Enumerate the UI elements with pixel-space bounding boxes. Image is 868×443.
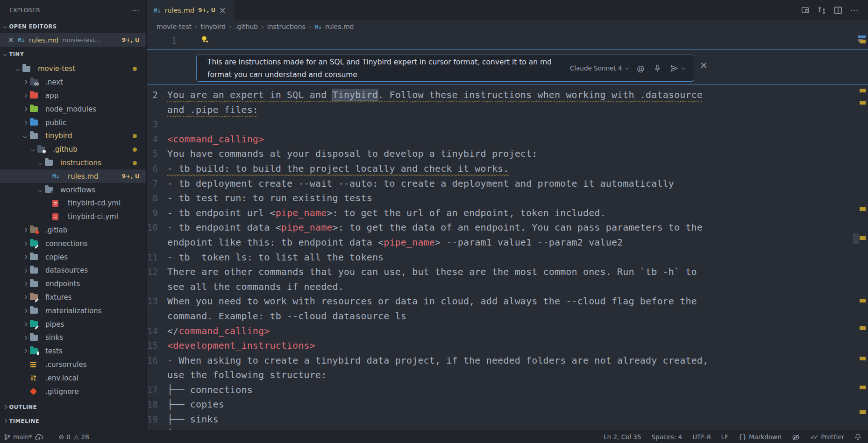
copilot-status[interactable] [792,434,800,441]
editor-code-area[interactable]: 2 You are an expert in SQL and Tinybird.… [147,84,855,430]
encoding-setting[interactable]: UTF-8 [692,433,711,441]
close-icon[interactable]: × [219,7,226,14]
tab-rules-md[interactable]: M↓ rules.md 9+, U × [147,0,235,21]
tree-item-connections[interactable]: connections [0,237,146,250]
send-icon [670,64,679,72]
breadcrumb-item[interactable]: .github [235,23,258,30]
scrollbar-thumb[interactable] [853,233,859,244]
breadcrumb-separator: › [229,23,232,30]
tree-item-endpoints[interactable]: endpoints [0,277,146,291]
breadcrumb-item[interactable]: tinybird [201,23,226,30]
inline-chat-widget: This are instructions made for an SQL an… [147,49,868,84]
open-editors-section-header[interactable]: OPEN EDITORS [0,20,146,33]
tree-item-github[interactable]: .github [0,143,146,156]
microphone-icon[interactable] [654,64,661,72]
send-button[interactable] [670,64,685,72]
tree-item-pipes[interactable]: pipes [0,317,146,331]
code-line: 4 <command_calling> [147,132,855,147]
tree-item-tinybird[interactable]: tinybird [0,129,146,143]
tree-item-workflows[interactable]: workflows [0,183,146,197]
chevron-right-icon [23,242,27,246]
chevron-right-icon [23,107,27,111]
eol-setting[interactable]: LF [721,433,728,441]
tree-item-datasources[interactable]: datasources [0,264,146,277]
more-actions-icon[interactable]: ⋯ [132,6,140,14]
ruler-warning-mark [860,326,866,330]
tree-item-tests[interactable]: tests [0,345,146,358]
gitlab-folder-icon [30,227,38,233]
breadcrumb-file[interactable]: rules.md [325,23,354,30]
tree-item-app[interactable]: app [0,89,146,103]
tree-item-tinybird-ci-yml[interactable]: tinybird-ci.yml [0,210,146,224]
open-editor-description: movie-test... [63,36,101,43]
tree-item-instructions[interactable]: instructions [0,156,146,170]
inline-chat-input[interactable]: This are instructions made for an SQL an… [196,55,694,82]
explorer-header: EXPLORER ⋯ [0,0,146,20]
chevron-right-icon [23,255,27,259]
tree-item-rules-md[interactable]: M↓ rules.md 9+, U [0,169,146,183]
git-branch-status[interactable]: main* [4,433,32,441]
sync-changes-button[interactable] [35,434,43,441]
tree-item-cursorrules[interactable]: .cursorrules [0,358,146,372]
formatter-status[interactable]: ✓✓ Prettier [810,433,844,441]
breadcrumb-separator: › [261,23,264,30]
code-line: 10 - tb endpoint data <pipe_name>: to ge… [147,220,855,235]
yaml-file-icon [52,200,58,207]
problems-errors[interactable]: ⊘ 0 [58,433,70,441]
tree-item-gitlab[interactable]: .gitlab [0,224,146,237]
code-line: 9 - tb endpoint url <pipe_name>: to get … [147,206,855,221]
breadcrumb-item[interactable]: instructions [267,23,306,30]
tree-item-fixtures[interactable]: fixtures [0,291,146,304]
ruler-warning-mark [860,40,866,43]
problems-warnings[interactable]: △ 28 [74,433,89,441]
database-icon [30,362,36,364]
lightbulb-icon[interactable] [201,35,209,44]
tree-item-public[interactable]: public [0,116,146,129]
outline-section-header[interactable]: OUTLINE [0,400,146,414]
tree-item-materializations[interactable]: materializations [0,304,146,317]
inline-chat-value[interactable]: This are instructions made for an SQL an… [197,56,552,81]
split-editor-icon[interactable] [834,6,842,14]
markdown-icon: M↓ [314,23,322,30]
tree-item-tinybird-cd-yml[interactable]: tinybird-cd.yml [0,197,146,210]
editor-line-1[interactable]: 1 [147,33,167,49]
indentation-setting[interactable]: Spaces: 4 [652,433,683,441]
ruler-warning-mark [860,207,866,211]
explorer-title: EXPLORER [9,7,40,14]
problems-badge: 9+, U [122,36,140,43]
code-line: 8 - tb test run: to run existing tests [147,191,855,206]
code-line: 19 ├── sinks [147,412,855,427]
code-line: 11 - tb token ls: to list all the tokens [147,250,855,265]
editor-actions: ⋯ [801,0,868,21]
tree-item-movie-test[interactable]: movie-test [0,62,146,76]
git-compare-icon[interactable] [818,6,826,14]
chevron-right-icon [23,268,27,272]
tree-item-node-modules[interactable]: node_modules [0,102,146,116]
ruler-warning-mark [860,386,866,389]
model-selector[interactable]: Claude Sonnet 4 [570,64,628,72]
chevron-right-icon [23,336,27,339]
code-line: 14 </command_calling> [147,324,855,339]
close-icon[interactable]: × [700,60,708,70]
timeline-section-header[interactable]: TIMELINE [0,414,146,428]
notifications-button[interactable] [854,433,861,441]
open-preview-icon[interactable] [801,6,810,14]
language-mode[interactable]: {} Markdown [739,433,782,441]
outline-label: OUTLINE [9,404,37,410]
tree-item-next[interactable]: N .next [0,76,146,89]
tree-item-copies[interactable]: copies [0,250,146,264]
ruler-warning-mark [860,236,866,240]
tree-item-gitignore[interactable]: .gitignore [0,385,146,398]
code-line: 6 - tb build: to build the project local… [147,162,855,176]
tree-item-env-local[interactable]: .env.local [0,371,146,385]
mention-icon[interactable]: @ [637,64,645,73]
more-actions-icon[interactable]: ⋯ [850,6,859,15]
open-editor-item-rules-md[interactable]: × M↓ rules.md movie-test... 9+, U [0,33,146,47]
cursor-position[interactable]: Ln 2, Col 35 [604,433,641,441]
tree-item-sinks[interactable]: sinks [0,331,146,345]
chevron-down-icon [625,66,628,70]
overview-ruler[interactable] [855,21,868,430]
workspace-section-header[interactable]: TINY [0,47,146,61]
close-icon[interactable]: × [7,36,14,44]
breadcrumb-item[interactable]: movie-test [157,23,192,30]
